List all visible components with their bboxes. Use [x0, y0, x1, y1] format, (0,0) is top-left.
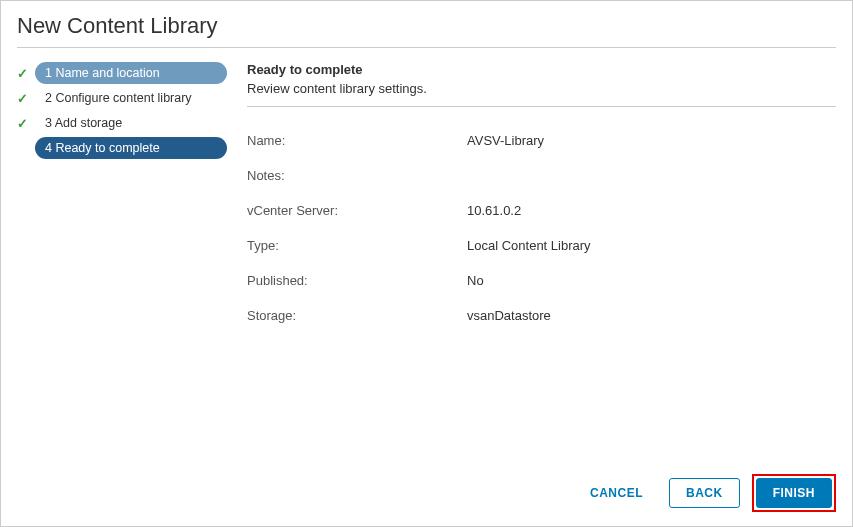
check-icon: ✓ — [17, 116, 31, 131]
field-vcenter-server: vCenter Server: 10.61.0.2 — [247, 203, 836, 218]
field-name: Name: AVSV-Library — [247, 133, 836, 148]
step-label: 4 Ready to complete — [35, 137, 227, 159]
field-type: Type: Local Content Library — [247, 238, 836, 253]
section-subheading: Review content library settings. — [247, 81, 836, 107]
step-label: 1 Name and location — [35, 62, 227, 84]
section-heading: Ready to complete — [247, 62, 836, 77]
field-value: Local Content Library — [467, 238, 591, 253]
field-notes: Notes: — [247, 168, 836, 183]
step-ready-to-complete[interactable]: ✓ 4 Ready to complete — [17, 137, 227, 159]
step-configure-content-library[interactable]: ✓ 2 Configure content library — [17, 87, 227, 109]
back-button[interactable]: BACK — [669, 478, 740, 508]
field-label: Notes: — [247, 168, 467, 183]
field-value: AVSV-Library — [467, 133, 544, 148]
field-label: Published: — [247, 273, 467, 288]
cancel-button[interactable]: CANCEL — [576, 478, 657, 508]
step-label: 3 Add storage — [35, 112, 227, 134]
wizard-main: Ready to complete Review content library… — [227, 62, 836, 464]
highlight-annotation: FINISH — [752, 474, 836, 512]
step-add-storage[interactable]: ✓ 3 Add storage — [17, 112, 227, 134]
wizard-footer: CANCEL BACK FINISH — [17, 464, 836, 512]
wizard-dialog: New Content Library ✓ 1 Name and locatio… — [0, 0, 853, 527]
step-name-and-location[interactable]: ✓ 1 Name and location — [17, 62, 227, 84]
field-value: 10.61.0.2 — [467, 203, 521, 218]
check-icon: ✓ — [17, 66, 31, 81]
dialog-body: ✓ 1 Name and location ✓ 2 Configure cont… — [17, 62, 836, 464]
field-value: No — [467, 273, 484, 288]
wizard-sidebar: ✓ 1 Name and location ✓ 2 Configure cont… — [17, 62, 227, 464]
field-storage: Storage: vsanDatastore — [247, 308, 836, 323]
check-icon: ✓ — [17, 91, 31, 106]
finish-button[interactable]: FINISH — [756, 478, 832, 508]
field-label: Name: — [247, 133, 467, 148]
dialog-title: New Content Library — [17, 13, 836, 48]
field-published: Published: No — [247, 273, 836, 288]
step-label: 2 Configure content library — [35, 87, 227, 109]
field-label: Type: — [247, 238, 467, 253]
field-value: vsanDatastore — [467, 308, 551, 323]
field-label: vCenter Server: — [247, 203, 467, 218]
field-label: Storage: — [247, 308, 467, 323]
